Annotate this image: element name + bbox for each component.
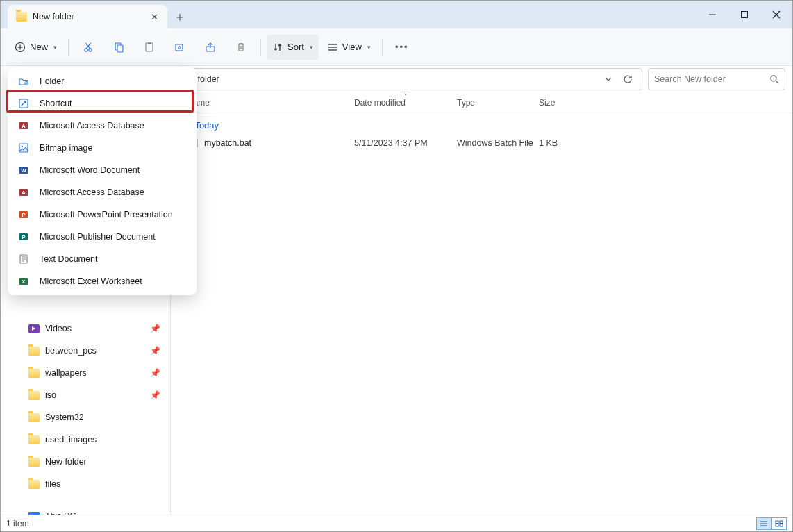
svg-text:W: W bbox=[21, 167, 26, 174]
new-tab-button[interactable]: ＋ bbox=[167, 5, 192, 28]
sidebar-item[interactable]: System32 bbox=[1, 406, 170, 429]
menu-item-pub[interactable]: PMicrosoft Publisher Document bbox=[8, 226, 197, 248]
sidebar-item-label: New folder bbox=[45, 457, 87, 467]
column-type[interactable]: Type bbox=[457, 98, 539, 108]
share-icon bbox=[205, 42, 216, 53]
sort-icon bbox=[272, 42, 283, 53]
menu-item-access[interactable]: AMicrosoft Access Database bbox=[8, 115, 197, 137]
word-icon: W bbox=[17, 164, 30, 176]
column-name[interactable]: Name bbox=[187, 98, 354, 108]
group-header-today[interactable]: ˅ Today bbox=[171, 113, 792, 133]
file-row[interactable]: mybatch.bat5/11/2023 4:37 PMWindows Batc… bbox=[171, 133, 792, 153]
folder-icon bbox=[16, 12, 27, 22]
chevron-down-icon: ▾ bbox=[53, 44, 57, 51]
details-view-button[interactable] bbox=[756, 517, 771, 530]
file-list-pane: Name ⌄Date modified Type Size ˅ Today my… bbox=[170, 92, 792, 515]
close-window-button[interactable] bbox=[760, 1, 792, 28]
menu-item-excel[interactable]: XMicrosoft Excel Worksheet bbox=[8, 270, 197, 292]
more-button[interactable]: ••• bbox=[388, 35, 416, 60]
search-box[interactable] bbox=[648, 68, 785, 90]
sidebar-item[interactable]: ›This PC bbox=[1, 505, 170, 515]
svg-line-22 bbox=[776, 81, 778, 83]
window-controls bbox=[696, 1, 792, 28]
excel-icon: X bbox=[17, 275, 30, 288]
copy-button[interactable] bbox=[105, 35, 133, 60]
view-label: View bbox=[342, 42, 362, 52]
item-count: 1 item bbox=[6, 519, 29, 529]
menu-item-label: Shortcut bbox=[40, 99, 72, 108]
svg-text:X: X bbox=[22, 279, 26, 285]
access-icon: A bbox=[17, 186, 30, 199]
txt-icon bbox=[17, 253, 30, 265]
sidebar-item[interactable]: wallpapers📌 bbox=[1, 362, 170, 384]
pin-icon: 📌 bbox=[150, 390, 160, 400]
folder-icon bbox=[28, 413, 40, 422]
menu-item-label: Microsoft Excel Worksheet bbox=[40, 276, 142, 286]
view-button[interactable]: View ▾ bbox=[322, 35, 376, 60]
file-type: Windows Batch File bbox=[457, 138, 539, 148]
titlebar: New folder ✕ ＋ bbox=[1, 1, 792, 28]
menu-item-access[interactable]: AMicrosoft Access Database bbox=[8, 181, 197, 203]
svg-point-21 bbox=[771, 76, 776, 81]
sidebar-item[interactable]: iso📌 bbox=[1, 384, 170, 406]
shortcut-icon bbox=[17, 97, 30, 110]
tab-close-button[interactable]: ✕ bbox=[149, 12, 159, 22]
menu-item-folder-new[interactable]: Folder bbox=[8, 70, 197, 92]
folder-icon bbox=[28, 369, 40, 378]
access-icon: A bbox=[17, 119, 30, 132]
address-history-button[interactable] bbox=[599, 69, 618, 89]
maximize-button[interactable] bbox=[728, 1, 760, 28]
search-input[interactable] bbox=[654, 74, 769, 84]
pin-icon: 📌 bbox=[150, 368, 160, 378]
sidebar-item[interactable]: between_pcs📌 bbox=[1, 340, 170, 362]
column-date[interactable]: ⌄Date modified bbox=[354, 98, 457, 108]
minimize-button[interactable] bbox=[696, 1, 728, 28]
svg-text:A: A bbox=[22, 123, 26, 129]
new-button[interactable]: New ▾ bbox=[9, 35, 62, 60]
thumbnails-view-button[interactable] bbox=[771, 517, 787, 530]
column-size[interactable]: Size bbox=[539, 98, 594, 108]
view-mode-toggle bbox=[756, 517, 787, 530]
menu-item-bitmap[interactable]: Bitmap image bbox=[8, 137, 197, 159]
sidebar-item[interactable]: New folder bbox=[1, 451, 170, 473]
folder-icon bbox=[28, 391, 40, 400]
sidebar-item-label: wallpapers bbox=[45, 368, 87, 378]
folder-new-icon bbox=[17, 75, 30, 88]
share-button[interactable] bbox=[197, 35, 224, 60]
menu-item-label: Microsoft Publisher Document bbox=[40, 232, 156, 242]
menu-item-ppt[interactable]: PMicrosoft PowerPoint Presentation bbox=[8, 203, 197, 226]
cut-icon bbox=[83, 42, 94, 53]
bitmap-icon bbox=[17, 142, 30, 154]
delete-button[interactable] bbox=[227, 35, 255, 60]
menu-item-label: Microsoft Access Database bbox=[40, 188, 144, 197]
sidebar-item[interactable]: Videos📌 bbox=[1, 317, 170, 340]
svg-text:A: A bbox=[178, 44, 182, 51]
svg-rect-14 bbox=[148, 42, 151, 44]
new-context-menu: FolderShortcutAMicrosoft Access Database… bbox=[8, 67, 197, 295]
folder-icon bbox=[28, 480, 40, 489]
sidebar-item-label: System32 bbox=[45, 413, 84, 422]
sort-arrow-icon: ⌄ bbox=[403, 90, 408, 97]
sidebar-item[interactable]: files bbox=[1, 473, 170, 495]
svg-rect-52 bbox=[776, 521, 778, 524]
new-label: New bbox=[30, 42, 48, 52]
menu-item-txt[interactable]: Text Document bbox=[8, 248, 197, 270]
view-icon bbox=[327, 42, 338, 53]
file-name: mybatch.bat bbox=[204, 138, 251, 148]
folder-icon bbox=[28, 347, 40, 356]
rename-button[interactable]: A bbox=[166, 35, 194, 60]
column-headers[interactable]: Name ⌄Date modified Type Size bbox=[171, 92, 792, 113]
menu-item-word[interactable]: WMicrosoft Word Document bbox=[8, 159, 197, 181]
svg-point-8 bbox=[89, 48, 92, 51]
cut-button[interactable] bbox=[74, 35, 102, 60]
sidebar-item[interactable]: used_images bbox=[1, 429, 170, 451]
paste-button[interactable] bbox=[135, 35, 163, 60]
menu-item-label: Folder bbox=[40, 76, 64, 86]
tab-title: New folder bbox=[33, 12, 144, 22]
tab-active[interactable]: New folder ✕ bbox=[8, 5, 167, 28]
address-bar[interactable]: w folder bbox=[181, 68, 642, 90]
sort-button[interactable]: Sort ▾ bbox=[267, 35, 319, 60]
menu-item-shortcut[interactable]: Shortcut bbox=[8, 92, 197, 115]
refresh-button[interactable] bbox=[618, 69, 637, 89]
svg-point-34 bbox=[22, 146, 23, 147]
